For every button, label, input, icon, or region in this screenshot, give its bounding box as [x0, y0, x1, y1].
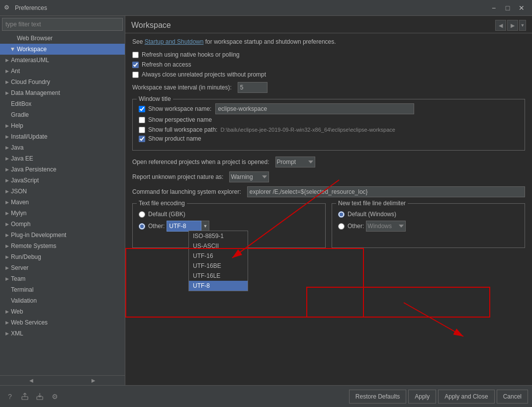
- scroll-right-button[interactable]: ▶: [63, 376, 125, 385]
- scroll-left-button[interactable]: ◀: [0, 376, 63, 385]
- sidebar-item-run-debug[interactable]: ▶ Run/Debug: [0, 251, 125, 262]
- always-close-checkbox[interactable]: [132, 72, 139, 78]
- show-perspective-checkbox[interactable]: [139, 117, 145, 123]
- apply-button[interactable]: Apply: [408, 390, 436, 404]
- sidebar-item-web[interactable]: ▶ Web: [0, 306, 125, 317]
- encoding-dropdown-button[interactable]: ▼: [201, 221, 209, 232]
- restore-defaults-button[interactable]: Restore Defaults: [349, 390, 406, 404]
- sidebar-item-java-ee[interactable]: ▶ Java EE: [0, 153, 125, 164]
- sidebar-item-label: Java: [11, 144, 23, 151]
- nav-dropdown-button[interactable]: ▼: [519, 20, 526, 31]
- encoding-option-utf16le[interactable]: UTF-16LE: [189, 271, 248, 281]
- sidebar-item-java-persistence[interactable]: ▶ Java Persistence: [0, 164, 125, 175]
- sidebar-item-plugin-development[interactable]: ▶ Plug-in Development: [0, 230, 125, 241]
- encoding-other-input[interactable]: [167, 221, 201, 232]
- sidebar-item-label: AmaterasUML: [11, 57, 49, 64]
- sidebar-item-label: Gradle: [11, 111, 29, 118]
- unknown-project-row: Report unknown project nature as: Warnin…: [132, 171, 525, 182]
- save-interval-row: Workspace save interval (in minutes):: [132, 82, 525, 93]
- sidebar-item-label: Help: [11, 122, 23, 129]
- nav-back-button[interactable]: ◀: [495, 20, 506, 31]
- sidebar-item-java[interactable]: ▶ Java: [0, 142, 125, 153]
- encoding-other-radio[interactable]: [139, 223, 145, 230]
- show-full-path-label[interactable]: Show full workspace path:: [148, 126, 217, 133]
- delimiter-default-radio[interactable]: [338, 211, 345, 218]
- always-close-label[interactable]: Always close unrelated projects without …: [142, 71, 266, 78]
- encoding-default-radio[interactable]: [139, 211, 145, 218]
- sidebar-item-terminal[interactable]: Terminal: [0, 284, 125, 295]
- sidebar-item-help[interactable]: ▶ Help: [0, 120, 125, 131]
- tree-arrow: ▶: [4, 254, 10, 260]
- refresh-native-checkbox[interactable]: [132, 52, 139, 58]
- show-workspace-checkbox[interactable]: [139, 106, 145, 112]
- encoding-other-label[interactable]: Other:: [148, 223, 165, 230]
- sidebar-item-maven[interactable]: ▶ Maven: [0, 197, 125, 208]
- export-icon-button[interactable]: [19, 391, 31, 403]
- show-workspace-label[interactable]: Show workspace name:: [148, 105, 211, 112]
- nav-forward-button[interactable]: ▶: [507, 20, 518, 31]
- encoding-option-iso[interactable]: ISO-8859-1: [189, 231, 248, 241]
- help-icon-button[interactable]: ?: [4, 391, 16, 403]
- sidebar-item-team[interactable]: ▶ Team: [0, 273, 125, 284]
- sidebar-item-label: Java Persistence: [11, 166, 56, 173]
- sidebar-item-validation[interactable]: Validation: [0, 295, 125, 306]
- sidebar-item-install-update[interactable]: ▶ Install/Update: [0, 131, 125, 142]
- refresh-access-label[interactable]: Refresh on access: [142, 61, 191, 68]
- sidebar-item-mylyn[interactable]: ▶ Mylyn: [0, 208, 125, 219]
- sidebar-item-ant[interactable]: ▶ Ant: [0, 66, 125, 77]
- minimize-button[interactable]: −: [487, 2, 500, 13]
- encoding-option-utf16[interactable]: UTF-16: [189, 251, 248, 261]
- open-projects-select[interactable]: Prompt Always Never: [275, 157, 315, 167]
- import-icon-button[interactable]: [34, 391, 46, 403]
- show-full-path-checkbox[interactable]: [139, 127, 145, 133]
- delimiter-other-label[interactable]: Other:: [348, 223, 364, 230]
- command-launching-input[interactable]: [247, 186, 525, 197]
- show-perspective-label[interactable]: Show perspective name: [148, 116, 212, 123]
- filter-input[interactable]: [2, 18, 123, 31]
- sidebar-item-gradle[interactable]: Gradle: [0, 109, 125, 120]
- sidebar-item-remote-systems[interactable]: ▶ Remote Systems: [0, 241, 125, 251]
- unknown-project-select[interactable]: Warning Error Ignore: [229, 171, 269, 182]
- cancel-button[interactable]: Cancel: [497, 390, 528, 404]
- workspace-name-input[interactable]: [215, 103, 414, 114]
- nav-buttons: ◀ ▶ ▼: [495, 20, 526, 31]
- tree-arrow: ▶: [4, 134, 10, 140]
- tree-arrow: [4, 112, 10, 118]
- encoding-option-utf8[interactable]: UTF-8: [189, 281, 248, 291]
- full-path-value: D:\bailu\eclipse-jee-2019-09-R-win32-x86…: [220, 127, 395, 133]
- delimiter-default-label[interactable]: Default (Windows): [348, 211, 396, 218]
- refresh-native-label[interactable]: Refresh using native hooks or polling: [142, 51, 240, 58]
- show-product-checkbox[interactable]: [139, 136, 145, 142]
- sidebar-item-editbox[interactable]: EditBox: [0, 98, 125, 109]
- tree-arrow: ▶: [4, 79, 10, 85]
- refresh-access-checkbox[interactable]: [132, 62, 139, 68]
- startup-shutdown-link[interactable]: Startup and Shutdown: [145, 38, 204, 45]
- checkbox-refresh-access: Refresh on access: [132, 61, 525, 68]
- sidebar-item-cloud-foundry[interactable]: ▶ Cloud Foundry: [0, 77, 125, 87]
- sidebar-item-data-management[interactable]: ▶ Data Management: [0, 87, 125, 98]
- close-button[interactable]: ✕: [515, 2, 528, 13]
- maximize-button[interactable]: □: [501, 2, 514, 13]
- sidebar-item-label: Mylyn: [11, 210, 26, 217]
- tree-arrow: [4, 298, 10, 304]
- sidebar-item-web-services[interactable]: ▶ Web Services: [0, 317, 125, 328]
- sidebar-item-server[interactable]: ▶ Server: [0, 262, 125, 273]
- delimiter-other-radio[interactable]: [338, 223, 345, 230]
- sidebar-item-javascript[interactable]: ▶ JavaScript: [0, 175, 125, 186]
- sidebar-item-json[interactable]: ▶ JSON: [0, 186, 125, 197]
- save-interval-input[interactable]: [238, 82, 267, 93]
- settings-icon-button[interactable]: ⚙: [49, 391, 61, 403]
- encoding-option-utf16be[interactable]: UTF-16BE: [189, 261, 248, 271]
- encoding-default-label[interactable]: Default (GBK): [148, 211, 185, 218]
- checkbox-always-close: Always close unrelated projects without …: [132, 71, 525, 78]
- show-product-label[interactable]: Show product name: [148, 135, 201, 142]
- sidebar-item-xml[interactable]: ▶ XML: [0, 328, 125, 339]
- sidebar-item-amaterasUML[interactable]: ▶ AmaterasUML: [0, 55, 125, 66]
- sidebar-item-web-browser[interactable]: Web Browser: [0, 33, 125, 44]
- apply-and-close-button[interactable]: Apply and Close: [438, 390, 494, 404]
- tree-arrow: ▶: [4, 199, 10, 205]
- encoding-option-usascii[interactable]: US-ASCII: [189, 241, 248, 251]
- sidebar-item-workspace[interactable]: ▶ Workspace: [0, 44, 125, 55]
- delimiter-other-select[interactable]: Windows Unix Mac OS: [366, 221, 406, 232]
- sidebar-item-oomph[interactable]: ▶ Oomph: [0, 219, 125, 230]
